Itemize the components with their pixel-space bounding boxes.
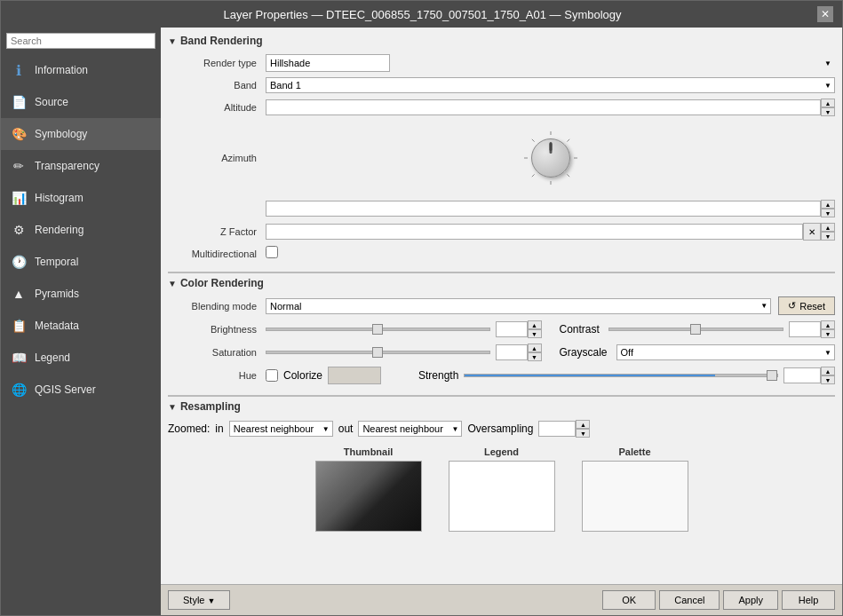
resampling-controls-row: Zoomed: in Nearest neighbour out Nearest… [168, 420, 835, 438]
sidebar-item-source[interactable]: 📄 Source [1, 86, 161, 118]
saturation-down[interactable]: ▼ [528, 352, 542, 361]
style-label: Style [183, 595, 204, 605]
oversampling-spinbox: 2.00 ▲ ▼ [538, 420, 590, 438]
thumbnail-image [315, 461, 422, 532]
sidebar-item-symbology[interactable]: 🎨 Symbology [1, 118, 161, 150]
multidirectional-checkbox[interactable] [266, 246, 278, 258]
azimuth-knob-row: Azimuth [168, 122, 835, 194]
blending-label: Blending mode [168, 301, 266, 312]
sidebar-item-legend[interactable]: 📖 Legend [1, 342, 161, 374]
close-button[interactable]: ✕ [817, 6, 833, 22]
saturation-slider[interactable] [266, 351, 490, 354]
z-factor-down[interactable]: ▼ [821, 232, 835, 241]
saturation-control: 0 ▲ ▼ Grayscale [266, 344, 835, 361]
brightness-contrast-cols: 0 ▲ ▼ Contrast [266, 320, 835, 338]
band-rendering-arrow: ▼ [168, 36, 177, 46]
hue-color-swatch[interactable] [328, 367, 381, 384]
style-button[interactable]: Style ▼ [168, 590, 230, 610]
brightness-up[interactable]: ▲ [528, 320, 542, 329]
azimuth-knob-area [266, 127, 835, 189]
colorize-checkbox[interactable] [266, 369, 278, 382]
z-factor-control: 10.00000000 ✕ ▲ ▼ [266, 223, 835, 241]
zoom-in-select[interactable]: Nearest neighbour [229, 421, 333, 437]
saturation-up[interactable]: ▲ [528, 344, 542, 352]
content-scroll[interactable]: ▼ Band Rendering Render type Hillshade [161, 28, 842, 584]
main-content: ▼ Band Rendering Render type Hillshade [161, 28, 842, 615]
sidebar-item-qgis-server[interactable]: 🌐 QGIS Server [1, 374, 161, 406]
grayscale-select[interactable]: Off [616, 344, 835, 360]
ok-button[interactable]: OK [602, 590, 656, 610]
contrast-up[interactable]: ▲ [821, 320, 835, 329]
blending-row: Blending mode Normal ↺ Reset [168, 296, 835, 315]
palette-box: Palette [582, 446, 688, 532]
preview-row: Thumbnail Legend Palette [168, 446, 835, 532]
sidebar-item-pyramids[interactable]: ▲ Pyramids [1, 278, 161, 310]
saturation-slider-row: 0 ▲ ▼ [266, 344, 542, 361]
saturation-input[interactable]: 0 [496, 344, 528, 360]
oversampling-input[interactable]: 2.00 [538, 421, 576, 437]
svg-line-3 [567, 174, 569, 177]
sidebar-item-metadata[interactable]: 📋 Metadata [1, 310, 161, 342]
strength-up[interactable]: ▲ [821, 367, 835, 375]
legend-label: Legend [484, 446, 519, 457]
cancel-button[interactable]: Cancel [659, 590, 720, 610]
azimuth-input[interactable]: 315.00° [266, 201, 821, 217]
contrast-slider[interactable] [608, 328, 783, 331]
z-factor-input[interactable]: 10.00000000 [266, 224, 803, 240]
azimuth-spinners: ▲ ▼ [821, 200, 835, 217]
multidirectional-row: Multidirectional [168, 246, 835, 261]
metadata-icon: 📋 [10, 317, 28, 335]
hue-row: Hue Colorize Strength 100% [168, 367, 835, 384]
oversampling-down[interactable]: ▼ [576, 429, 590, 438]
sidebar-item-rendering[interactable]: ⚙ Rendering [1, 214, 161, 246]
strength-down[interactable]: ▼ [821, 375, 835, 384]
azimuth-up[interactable]: ▲ [821, 200, 835, 209]
band-label: Band [168, 80, 266, 91]
sidebar-item-temporal[interactable]: 🕐 Temporal [1, 246, 161, 278]
zoom-out-select[interactable]: Nearest neighbour [358, 421, 462, 437]
sidebar-label-legend: Legend [35, 351, 70, 364]
azimuth-value-row: 315.00° ▲ ▼ [168, 200, 835, 217]
reset-button[interactable]: ↺ Reset [778, 296, 835, 315]
sidebar-item-transparency[interactable]: ✏ Transparency [1, 150, 161, 182]
brightness-control: 0 ▲ ▼ Contrast [266, 320, 835, 338]
z-factor-up[interactable]: ▲ [821, 223, 835, 232]
sidebar-label-symbology: Symbology [35, 128, 87, 140]
altitude-input[interactable]: 45.00° [266, 99, 821, 115]
sidebar-label-rendering: Rendering [35, 224, 84, 236]
brightness-slider[interactable] [266, 328, 490, 331]
svg-line-1 [567, 139, 569, 142]
strength-label: Strength [418, 369, 458, 382]
azimuth-down[interactable]: ▼ [821, 209, 835, 217]
contrast-spinbox: 0 ▲ ▼ [789, 320, 835, 338]
help-button[interactable]: Help [782, 590, 835, 610]
sidebar: ℹ Information 📄 Source 🎨 Symbology ✏ Tra… [1, 28, 161, 615]
altitude-up[interactable]: ▲ [821, 99, 835, 107]
sidebar-item-histogram[interactable]: 📊 Histogram [1, 182, 161, 214]
sidebar-search-input[interactable] [6, 33, 155, 49]
altitude-row: Altitude 45.00° ▲ ▼ [168, 99, 835, 116]
blending-select[interactable]: Normal [266, 298, 771, 314]
oversampling-up[interactable]: ▲ [576, 420, 590, 429]
contrast-input[interactable]: 0 [789, 321, 821, 337]
apply-button[interactable]: Apply [723, 590, 778, 610]
band-row: Band Band 1 [168, 77, 835, 93]
reset-icon: ↺ [788, 300, 796, 312]
brightness-input[interactable]: 0 [496, 321, 528, 337]
brightness-down[interactable]: ▼ [528, 329, 542, 338]
palette-label: Palette [618, 446, 650, 457]
altitude-down[interactable]: ▼ [821, 107, 835, 116]
sidebar-label-histogram: Histogram [35, 192, 84, 204]
z-factor-clear[interactable]: ✕ [803, 223, 821, 241]
z-factor-label: Z Factor [168, 226, 266, 237]
contrast-down[interactable]: ▼ [821, 329, 835, 338]
sidebar-item-information[interactable]: ℹ Information [1, 54, 161, 86]
azimuth-label: Azimuth [168, 153, 266, 163]
render-type-select[interactable]: Hillshade [266, 54, 390, 72]
multidirectional-control [266, 246, 835, 261]
azimuth-knob[interactable] [531, 138, 570, 178]
strength-input[interactable]: 100% [783, 367, 821, 383]
svg-line-7 [531, 139, 534, 142]
band-select[interactable]: Band 1 [266, 77, 835, 93]
strength-slider[interactable] [464, 374, 778, 377]
